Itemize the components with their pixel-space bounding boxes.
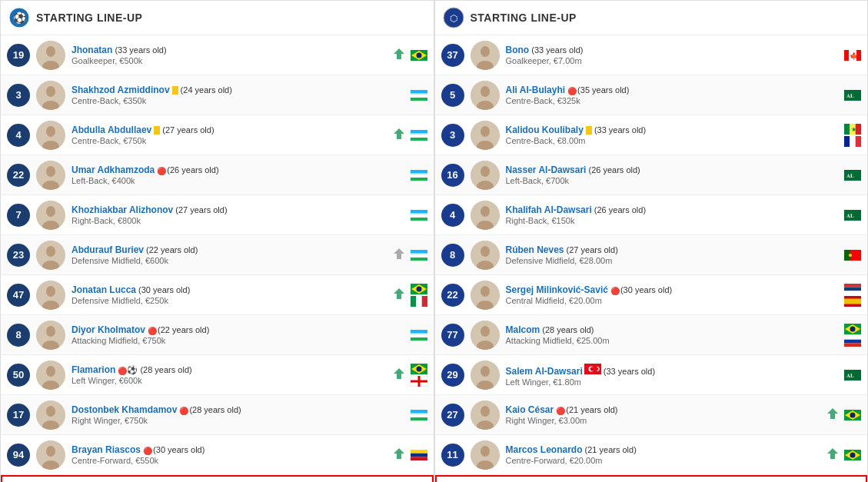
player-action-icons — [392, 287, 406, 304]
player-name[interactable]: Salem Al-Dawsari☽ (33 years old) — [506, 366, 656, 377]
player-photo — [36, 81, 65, 110]
player-name[interactable]: Bono (33 years old) — [506, 45, 584, 55]
player-number: 8 — [441, 244, 464, 267]
svg-text:⚽: ⚽ — [13, 12, 27, 25]
flag-br-icon — [411, 50, 427, 61]
player-name[interactable]: Umar Adkhamzoda🔴 (26 years old) — [72, 165, 219, 175]
player-name[interactable]: Rúben Neves (27 years old) — [506, 244, 618, 255]
player-flags — [844, 450, 861, 460]
player-info: Khalifah Al-Dawsari (26 years old)Right-… — [506, 204, 840, 225]
player-name[interactable]: Abdulla Abdullaev (27 years old) — [72, 125, 215, 135]
player-flags — [411, 130, 427, 141]
player-age: (22 years old) — [155, 325, 209, 334]
svg-rect-67 — [411, 334, 427, 337]
player-row: 77Malcom (28 years old)Attacking Midfiel… — [435, 315, 868, 355]
svg-text:⬡: ⬡ — [450, 13, 457, 24]
player-name[interactable]: Flamarion🔴⚽ (28 years old) — [72, 364, 192, 375]
svg-rect-137 — [844, 284, 861, 288]
svg-marker-54 — [394, 288, 404, 299]
player-name[interactable]: Kaio César🔴 (21 years old) — [506, 404, 618, 415]
player-name[interactable]: Brayan Riascos🔴 (30 years old) — [72, 444, 205, 455]
player-name[interactable]: Jonatan Lucca (30 years old) — [72, 284, 190, 295]
player-info: Rúben Neves (27 years old)Defensive Midf… — [506, 244, 840, 265]
svg-rect-58 — [411, 296, 416, 307]
player-name[interactable]: Marcos Leonardo (21 years old) — [506, 444, 637, 455]
flag-br-icon — [844, 324, 861, 334]
player-info: Dostonbek Khamdamov🔴 (28 years old)Right… — [72, 404, 406, 425]
left-footer: Foreigners: 4 (36.4%) Avg. age: 27.7 Pur… — [1, 475, 434, 482]
svg-point-109 — [481, 126, 490, 137]
svg-text:𝐀𝐋: 𝐀𝐋 — [846, 173, 854, 178]
player-name[interactable]: Malcom (28 years old) — [506, 324, 594, 335]
player-flags — [411, 50, 427, 61]
player-info: Nasser Al-Dawsari (26 years old)Left-Bac… — [506, 165, 840, 185]
player-info: Malcom (28 years old)Attacking Midfield,… — [506, 324, 840, 345]
player-info: Salem Al-Dawsari☽ (33 years old)Left Win… — [506, 364, 840, 387]
player-name[interactable]: Nasser Al-Dawsari (26 years old) — [506, 165, 640, 175]
svg-point-88 — [46, 446, 55, 457]
svg-text:🍁: 🍁 — [850, 52, 859, 61]
player-details: Centre-Forward, €550k — [72, 456, 392, 465]
svg-rect-25 — [411, 138, 427, 141]
player-flags: 𝐀𝐋 — [844, 170, 861, 181]
player-action-icons — [826, 447, 840, 464]
player-action-icons — [392, 247, 406, 263]
player-name[interactable]: Kalidou Koulibaly (33 years old) — [506, 125, 647, 135]
player-name[interactable]: Diyor Kholmatov🔴 (22 years old) — [72, 324, 209, 335]
player-number: 8 — [7, 324, 30, 347]
svg-marker-45 — [394, 248, 404, 259]
player-photo — [471, 81, 500, 110]
main-container: ⚽ STARTING LINE-UP 19Jhonatan (33 years … — [0, 0, 868, 482]
player-flags — [411, 210, 427, 221]
player-name[interactable]: Sergej Milinković-Savić🔴 (30 years old) — [506, 284, 673, 295]
svg-rect-31 — [411, 173, 427, 174]
svg-rect-111 — [844, 124, 850, 135]
player-photo — [36, 201, 65, 230]
svg-rect-30 — [411, 170, 427, 174]
player-name[interactable]: Dostonbek Khamdamov🔴 (28 years old) — [72, 404, 241, 415]
player-photo — [36, 281, 65, 310]
svg-rect-86 — [411, 417, 427, 421]
player-age: (33 years old) — [601, 367, 655, 376]
flag-ru-icon — [844, 336, 861, 347]
player-age: (33 years old) — [112, 45, 166, 55]
player-number: 19 — [7, 44, 30, 67]
svg-point-161 — [481, 406, 490, 417]
player-age: (21 years old) — [564, 405, 617, 414]
yellow-card-icon — [172, 86, 178, 95]
player-details: Defensive Midfield, €600k — [72, 256, 392, 265]
player-name[interactable]: Khozhiakbar Alizhonov (27 years old) — [72, 204, 228, 215]
svg-point-119 — [481, 166, 490, 177]
player-name[interactable]: Khalifah Al-Dawsari (26 years old) — [506, 204, 647, 215]
right-players-list: 37Bono (33 years old)Goalkeeper, €7.00m🍁… — [435, 35, 868, 475]
flag-br-icon — [844, 450, 861, 460]
flag-sa-icon: 𝐀𝐋 — [844, 370, 861, 381]
player-number: 11 — [441, 444, 464, 467]
player-details: Defensive Midfield, €250k — [72, 296, 392, 305]
svg-rect-38 — [411, 210, 427, 214]
svg-rect-15 — [411, 94, 427, 98]
player-row: 3Kalidou Koulibaly (33 years old)Centre-… — [435, 115, 868, 155]
flag-uz-icon — [411, 210, 427, 221]
svg-rect-92 — [411, 453, 427, 457]
svg-text:☽: ☽ — [594, 366, 600, 373]
player-name[interactable]: Ali Al-Bulayhi🔴 (35 years old) — [506, 85, 630, 95]
player-details: Right Winger, €3.00m — [506, 416, 826, 425]
svg-marker-90 — [394, 448, 404, 459]
player-info: Jhonatan (33 years old)Goalkeeper, €500k — [72, 45, 392, 65]
substitute-icon — [392, 447, 406, 464]
player-number: 29 — [441, 364, 464, 387]
player-number: 27 — [441, 404, 464, 427]
player-name[interactable]: Jhonatan (33 years old) — [72, 45, 167, 55]
player-row: 27Kaio César🔴 (21 years old)Right Winger… — [435, 395, 868, 435]
player-photo — [471, 321, 500, 350]
player-name[interactable]: Abdurauf Buriev (22 years old) — [72, 244, 198, 255]
flag-es-icon — [844, 296, 861, 307]
flag-fr-icon — [844, 136, 861, 147]
player-photo — [36, 161, 65, 190]
player-info: Jonatan Lucca (30 years old)Defensive Mi… — [72, 284, 392, 305]
player-name[interactable]: Shakhzod Azmiddinov (24 years old) — [72, 85, 232, 95]
svg-rect-149 — [844, 339, 861, 343]
player-info: Sergej Milinković-Savić🔴 (30 years old)C… — [506, 284, 840, 305]
flag-sa-icon: 𝐀𝐋 — [844, 210, 861, 221]
